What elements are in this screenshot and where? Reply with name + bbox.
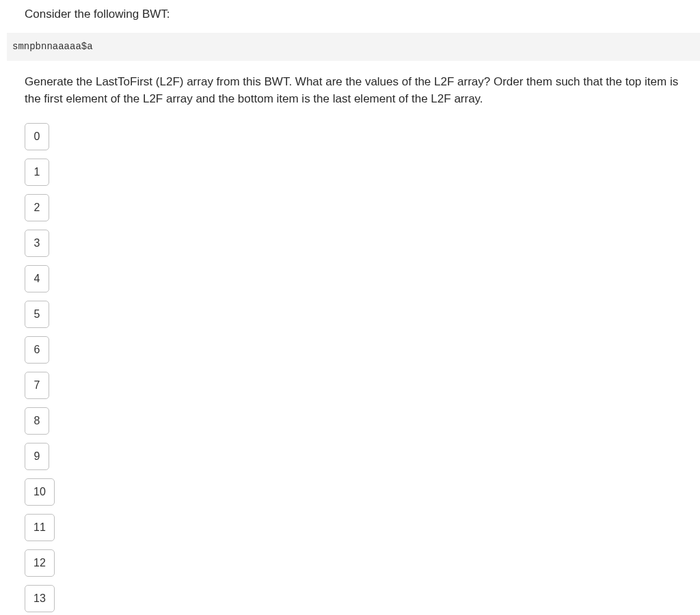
list-item[interactable]: 6 [25, 336, 49, 364]
list-item[interactable]: 12 [25, 549, 55, 577]
intro-text: Consider the following BWT: [25, 5, 700, 23]
list-item[interactable]: 1 [25, 159, 49, 186]
list-item[interactable]: 13 [25, 585, 55, 612]
list-item[interactable]: 5 [25, 301, 49, 328]
list-item[interactable]: 11 [25, 514, 55, 541]
list-item[interactable]: 2 [25, 194, 49, 221]
list-item[interactable]: 0 [25, 123, 49, 150]
sortable-items-list[interactable]: 0 1 2 3 4 5 6 7 8 9 10 11 12 13 [25, 123, 700, 612]
list-item[interactable]: 3 [25, 230, 49, 257]
list-item[interactable]: 8 [25, 407, 49, 435]
list-item[interactable]: 4 [25, 265, 49, 292]
bwt-code-block: smnpbnnaaaaa$a [7, 33, 700, 61]
instruction-text: Generate the LastToFirst (L2F) array fro… [25, 73, 700, 108]
list-item[interactable]: 7 [25, 372, 49, 399]
list-item[interactable]: 10 [25, 478, 55, 506]
list-item[interactable]: 9 [25, 443, 49, 470]
